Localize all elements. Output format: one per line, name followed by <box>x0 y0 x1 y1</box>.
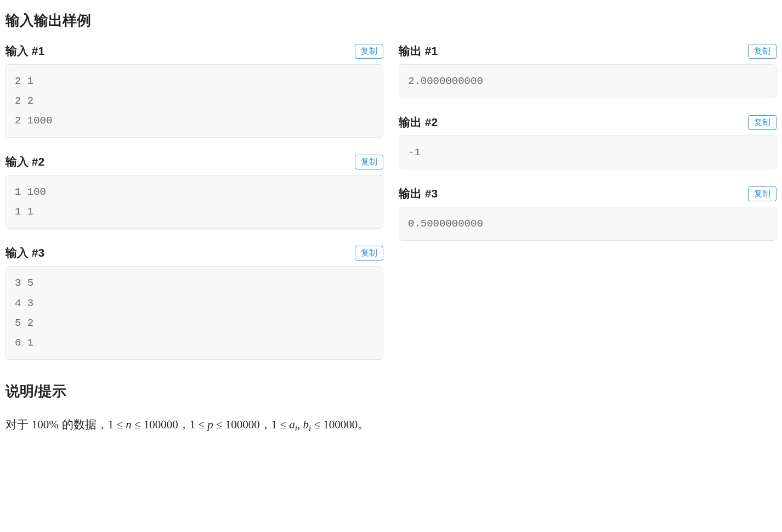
input-title-3: 输入 #3 <box>5 245 44 261</box>
copy-output-1-button[interactable]: 复制 <box>748 44 777 59</box>
outputs-column: 输出 #1 复制 2.0000000000 输出 #2 复制 -1 输出 #3 … <box>399 43 777 376</box>
samples-container: 输入 #1 复制 2 1 2 2 2 1000 输入 #2 复制 1 100 1… <box>5 43 777 376</box>
input-code-2: 1 100 1 1 <box>5 175 383 229</box>
c3-var-a: a <box>289 418 295 431</box>
input-block-1: 输入 #1 复制 2 1 2 2 2 1000 <box>5 43 383 138</box>
hint-text: 对于 100% 的数据，1 ≤ n ≤ 100000，1 ≤ p ≤ 10000… <box>5 414 777 436</box>
output-title-2: 输出 #2 <box>399 115 438 130</box>
copy-input-3-button[interactable]: 复制 <box>355 246 383 261</box>
input-title-2: 输入 #2 <box>5 154 44 169</box>
c1-lhs: 1 ≤ <box>108 418 126 431</box>
sep1: ， <box>178 418 190 431</box>
output-title-1: 输出 #1 <box>399 43 438 59</box>
section-title-hint: 说明/提示 <box>5 382 777 401</box>
copy-output-2-button[interactable]: 复制 <box>748 115 777 130</box>
c2-var: p <box>207 418 213 431</box>
output-code-3: 0.5000000000 <box>399 207 777 241</box>
input-block-3: 输入 #3 复制 3 5 4 3 5 2 6 1 <box>5 245 383 359</box>
input-title-1: 输入 #1 <box>5 43 44 59</box>
c3-var-b: b <box>303 418 309 431</box>
c3-rhs: ≤ 100000 <box>311 418 358 431</box>
hint-percent: 100% <box>32 418 59 431</box>
sep2: ， <box>260 418 271 431</box>
output-block-2: 输出 #2 复制 -1 <box>399 115 777 169</box>
copy-output-3-button[interactable]: 复制 <box>748 186 777 201</box>
c1-rhs: ≤ 100000 <box>132 418 178 431</box>
hint-end: 。 <box>358 418 369 431</box>
inputs-column: 输入 #1 复制 2 1 2 2 2 1000 输入 #2 复制 1 100 1… <box>5 43 383 376</box>
output-title-3: 输出 #3 <box>399 186 438 201</box>
output-code-1: 2.0000000000 <box>399 64 777 98</box>
output-block-3: 输出 #3 复制 0.5000000000 <box>399 186 777 241</box>
c2-rhs: ≤ 100000 <box>213 418 260 431</box>
copy-input-2-button[interactable]: 复制 <box>355 155 383 169</box>
hint-mid: 的数据， <box>59 418 108 431</box>
c2-lhs: 1 ≤ <box>190 418 208 431</box>
c1-var: n <box>126 418 132 431</box>
input-code-1: 2 1 2 2 2 1000 <box>5 64 383 138</box>
section-title-samples: 输入输出样例 <box>5 11 777 30</box>
c3-lhs: 1 ≤ <box>271 418 290 431</box>
c3-comma: , <box>297 418 303 431</box>
output-block-1: 输出 #1 复制 2.0000000000 <box>399 43 777 98</box>
input-block-2: 输入 #2 复制 1 100 1 1 <box>5 154 383 229</box>
input-code-3: 3 5 4 3 5 2 6 1 <box>5 266 383 359</box>
output-code-2: -1 <box>399 135 777 169</box>
hint-prefix: 对于 <box>5 418 32 431</box>
copy-input-1-button[interactable]: 复制 <box>355 44 383 59</box>
